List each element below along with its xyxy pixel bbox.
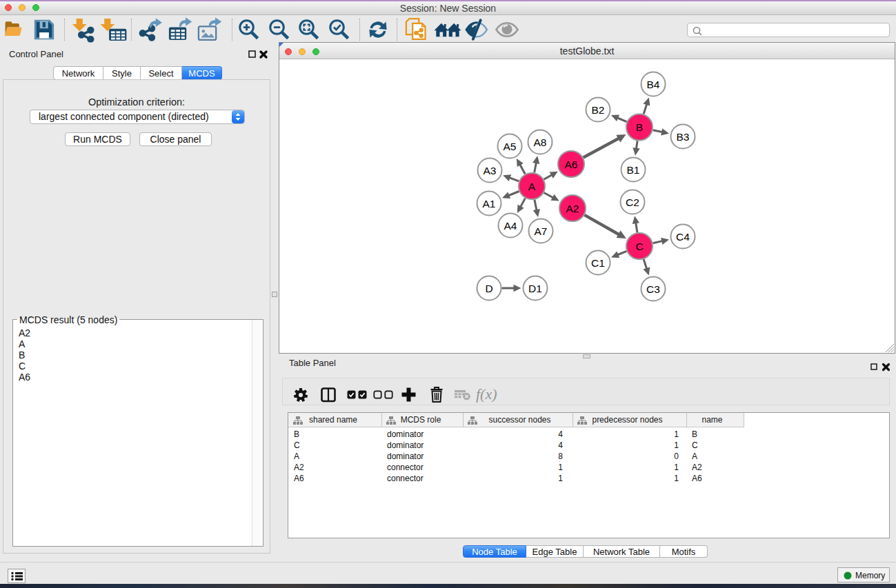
svg-text:C3: C3	[646, 283, 660, 295]
svg-text:A6: A6	[565, 159, 578, 170]
svg-text:C4: C4	[676, 231, 690, 243]
svg-text:A3: A3	[484, 165, 497, 176]
svg-text:B: B	[636, 121, 643, 133]
svg-text:C2: C2	[626, 196, 639, 208]
svg-text:A7: A7	[535, 225, 548, 237]
svg-text:B1: B1	[627, 164, 640, 176]
svg-text:C1: C1	[591, 257, 605, 269]
svg-text:D1: D1	[528, 283, 542, 294]
svg-text:C: C	[635, 241, 643, 252]
svg-text:A2: A2	[566, 203, 579, 214]
svg-text:B3: B3	[677, 131, 690, 143]
svg-text:A: A	[528, 181, 536, 192]
svg-text:A8: A8	[534, 136, 547, 148]
svg-text:A4: A4	[504, 220, 517, 232]
svg-text:A1: A1	[483, 198, 496, 210]
svg-text:B4: B4	[647, 79, 660, 90]
svg-text:B2: B2	[592, 104, 605, 116]
svg-text:D: D	[485, 283, 492, 294]
svg-text:A5: A5	[504, 141, 517, 152]
